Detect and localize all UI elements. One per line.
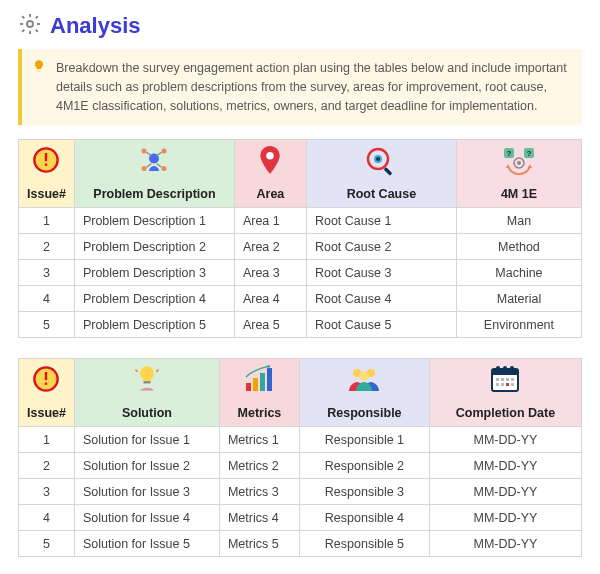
svg-point-6 (162, 149, 167, 154)
cell-metrics: Metrics 2 (219, 453, 299, 479)
th-label: Metrics (228, 406, 291, 420)
cell-solution: Solution for Issue 1 (74, 427, 219, 453)
svg-point-8 (162, 166, 167, 171)
svg-point-9 (267, 152, 275, 160)
cell-area: Area 1 (234, 208, 306, 234)
callout-box: Breakdown the survey engagement action p… (18, 49, 582, 125)
svg-rect-42 (511, 378, 514, 381)
svg-point-36 (496, 366, 500, 370)
th-problem: Problem Description (74, 140, 234, 208)
cell-area: Area 4 (234, 286, 306, 312)
cell-responsible: Responsible 2 (299, 453, 429, 479)
th-label: Solution (83, 406, 211, 420)
th-label: Completion Date (438, 406, 573, 420)
cell-problem: Problem Description 2 (74, 234, 234, 260)
people-group-icon (300, 365, 429, 393)
svg-point-0 (27, 21, 33, 27)
th-label: Root Cause (315, 187, 448, 201)
svg-marker-21 (528, 164, 532, 168)
cell-issue: 1 (19, 208, 75, 234)
cell-completion: MM-DD-YY (429, 505, 581, 531)
table-row: 1Problem Description 1Area 1Root Cause 1… (19, 208, 582, 234)
svg-rect-27 (253, 378, 258, 391)
cell-metrics: Metrics 5 (219, 531, 299, 557)
table-row: 2Solution for Issue 2Metrics 2Responsibl… (19, 453, 582, 479)
cell-problem: Problem Description 4 (74, 286, 234, 312)
magnifier-eye-icon (307, 146, 456, 176)
process-cycle-icon: ?? (457, 146, 581, 176)
th-label: Area (243, 187, 298, 201)
cell-issue: 5 (19, 531, 75, 557)
callout-text: Breakdown the survey engagement action p… (56, 61, 567, 113)
location-pin-icon (235, 146, 306, 176)
svg-point-33 (359, 371, 369, 381)
svg-rect-25 (143, 381, 150, 383)
svg-rect-3 (45, 164, 47, 166)
table-row: 2Problem Description 2Area 2Root Cause 2… (19, 234, 582, 260)
exclamation-icon (19, 365, 74, 393)
analysis-table-problems: Issue# Problem Description Area Root Cau… (18, 139, 582, 338)
svg-rect-2 (45, 153, 47, 161)
page-header: Analysis (18, 12, 582, 39)
cell-class: Environment (456, 312, 581, 338)
lightbulb-hand-icon (75, 365, 219, 395)
th-label: Problem Description (83, 187, 226, 201)
th-root-cause: Root Cause (306, 140, 456, 208)
th-responsible: Responsible (299, 359, 429, 427)
cell-issue: 2 (19, 453, 75, 479)
th-label: Responsible (308, 406, 421, 420)
svg-rect-24 (45, 383, 47, 385)
cell-solution: Solution for Issue 2 (74, 453, 219, 479)
cell-root: Root Cause 1 (306, 208, 456, 234)
svg-point-12 (376, 157, 380, 161)
cell-problem: Problem Description 3 (74, 260, 234, 286)
cell-root: Root Cause 4 (306, 286, 456, 312)
cell-completion: MM-DD-YY (429, 453, 581, 479)
th-completion: Completion Date (429, 359, 581, 427)
bar-chart-icon (220, 365, 299, 393)
th-4m1e: ?? 4M 1E (456, 140, 581, 208)
svg-rect-44 (501, 383, 504, 386)
cell-completion: MM-DD-YY (429, 479, 581, 505)
svg-rect-29 (267, 368, 272, 391)
th-label: Issue# (27, 406, 66, 420)
th-label: 4M 1E (465, 187, 573, 201)
cell-area: Area 3 (234, 260, 306, 286)
th-label: Issue# (27, 187, 66, 201)
cell-area: Area 2 (234, 234, 306, 260)
cell-solution: Solution for Issue 4 (74, 505, 219, 531)
person-network-icon (75, 146, 234, 176)
cell-metrics: Metrics 1 (219, 427, 299, 453)
th-area: Area (234, 140, 306, 208)
lightbulb-icon (32, 59, 46, 79)
svg-rect-40 (501, 378, 504, 381)
cell-root: Root Cause 2 (306, 234, 456, 260)
cell-root: Root Cause 5 (306, 312, 456, 338)
svg-rect-26 (246, 383, 251, 391)
table-row: 1Solution for Issue 1Metrics 1Responsibl… (19, 427, 582, 453)
th-solution: Solution (74, 359, 219, 427)
table-row: 5Problem Description 5Area 5Root Cause 5… (19, 312, 582, 338)
cell-responsible: Responsible 1 (299, 427, 429, 453)
cell-responsible: Responsible 5 (299, 531, 429, 557)
cell-metrics: Metrics 4 (219, 505, 299, 531)
svg-rect-23 (45, 372, 47, 380)
cell-root: Root Cause 3 (306, 260, 456, 286)
svg-point-5 (142, 149, 147, 154)
svg-rect-28 (260, 373, 265, 391)
cell-issue: 5 (19, 312, 75, 338)
table-row: 4Problem Description 4Area 4Root Cause 4… (19, 286, 582, 312)
page-title: Analysis (50, 13, 141, 39)
svg-point-19 (517, 161, 521, 165)
cell-metrics: Metrics 3 (219, 479, 299, 505)
analysis-table-solutions: Issue# Solution Metrics Responsible (18, 358, 582, 557)
cell-issue: 3 (19, 260, 75, 286)
table-row: 3Problem Description 3Area 3Root Cause 3… (19, 260, 582, 286)
svg-point-7 (142, 166, 147, 171)
svg-rect-46 (511, 383, 514, 386)
gear-icon (18, 12, 42, 39)
cell-problem: Problem Description 1 (74, 208, 234, 234)
table-row: 5Solution for Issue 5Metrics 5Responsibl… (19, 531, 582, 557)
cell-class: Method (456, 234, 581, 260)
cell-responsible: Responsible 3 (299, 479, 429, 505)
